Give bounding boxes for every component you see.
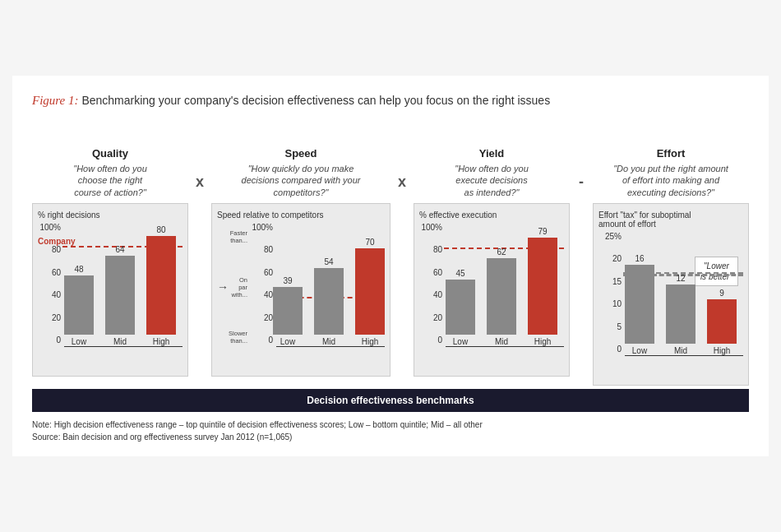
speed-label-slower: Slower than... bbox=[217, 330, 247, 345]
quality-chart-area: % right decisions 100%806040200 Company … bbox=[32, 203, 188, 377]
effort-val-mid: 12 bbox=[676, 274, 685, 283]
quality-bar-container: 100%806040200 Company 48 Low 64 bbox=[38, 223, 183, 371]
speed-val-mid: 54 bbox=[324, 257, 333, 266]
effort-name: Effort bbox=[657, 147, 686, 160]
speed-val-low: 39 bbox=[283, 276, 292, 285]
quality-bar-inner: 100%806040200 Company 48 Low 64 bbox=[38, 223, 183, 346]
figure-title: Figure 1: Benchmarking your company's de… bbox=[32, 92, 749, 109]
operator-x2: x bbox=[390, 124, 414, 191]
page: Figure 1: Benchmarking your company's de… bbox=[12, 76, 769, 456]
quality-rect-low bbox=[64, 275, 94, 335]
speed-chart-area: Speed relative to competitors Faster tha… bbox=[211, 203, 390, 377]
yield-val-low: 45 bbox=[455, 269, 464, 278]
yield-rect-mid bbox=[487, 258, 516, 335]
chart-effort: Effort "Do you put the right amountof ef… bbox=[593, 124, 749, 386]
yield-bar-mid: 62 Mid bbox=[487, 247, 516, 346]
speed-label-faster: Faster than... bbox=[217, 229, 247, 244]
speed-bar-container: 100%806040200 39 Low 54 bbox=[250, 223, 385, 371]
yield-x-axis bbox=[446, 346, 564, 347]
note-2: Source: Bain decision and org effectiven… bbox=[32, 431, 749, 443]
speed-y-axis: 100%806040200 bbox=[250, 223, 273, 346]
quality-company-label: Company bbox=[38, 237, 76, 246]
speed-rect-mid bbox=[314, 268, 344, 335]
yield-y-label: % effective execution bbox=[419, 210, 564, 220]
quality-question: "How often do youchoose the rightcourse … bbox=[73, 163, 147, 198]
speed-label-onpar: On par with... bbox=[230, 276, 247, 298]
effort-bar-mid: 12 Mid bbox=[666, 274, 696, 355]
chart-quality: Quality "How often do youchoose the righ… bbox=[32, 124, 188, 377]
yield-chart-area: % effective execution 100%806040200 45 L… bbox=[414, 203, 570, 377]
operator-x1: x bbox=[188, 124, 211, 191]
yield-name: Yield bbox=[479, 147, 505, 160]
speed-bar-inner: 100%806040200 39 Low 54 bbox=[250, 223, 385, 346]
effort-label-low: Low bbox=[632, 346, 647, 355]
speed-side-labels: Faster than... → On par with... Slower t… bbox=[217, 223, 250, 361]
speed-label-mid: Mid bbox=[322, 337, 335, 346]
quality-label-low: Low bbox=[72, 337, 86, 346]
effort-label-mid: Mid bbox=[674, 346, 687, 355]
effort-bar-inner: 25%20151050 "Loweris better" 16 Low 12 bbox=[598, 232, 743, 355]
effort-bar-low: 16 Low bbox=[625, 254, 654, 355]
speed-label-low: Low bbox=[280, 337, 295, 346]
note-1: Note: High decision effectiveness range … bbox=[32, 419, 749, 431]
effort-val-low: 16 bbox=[635, 254, 644, 263]
yield-bar-inner: 100%806040200 45 Low 62 Mid bbox=[419, 223, 564, 346]
speed-question: "How quickly do you makedecisions compar… bbox=[242, 163, 361, 198]
operator-minus: - bbox=[570, 124, 593, 191]
chart-quality-header: Quality "How often do youchoose the righ… bbox=[73, 124, 147, 198]
fig-label: Figure 1: bbox=[32, 94, 79, 107]
yield-rect-low bbox=[446, 280, 475, 335]
yield-bar-low: 45 Low bbox=[446, 269, 475, 347]
chart-speed: Speed "How quickly do you makedecisions … bbox=[211, 124, 390, 377]
yield-val-high: 79 bbox=[538, 227, 547, 236]
speed-label-high: High bbox=[362, 337, 379, 346]
yield-label-high: High bbox=[534, 337, 552, 346]
chart-effort-header: Effort "Do you put the right amountof ef… bbox=[613, 124, 728, 198]
yield-label-mid: Mid bbox=[495, 337, 508, 346]
effort-val-high: 9 bbox=[719, 289, 724, 298]
speed-bar-high: 70 High bbox=[355, 238, 385, 346]
speed-rect-low bbox=[273, 287, 303, 335]
yield-bar-container: 100%806040200 45 Low 62 Mid bbox=[419, 223, 564, 371]
effort-x-axis bbox=[625, 355, 743, 356]
quality-bar-low: 48 Low bbox=[64, 265, 94, 346]
effort-rect-high bbox=[707, 299, 737, 344]
yield-label-low: Low bbox=[453, 337, 468, 346]
effort-chart-area: Effort "tax" for suboptimalamount of eff… bbox=[593, 203, 749, 386]
effort-y-axis: 25%20151050 bbox=[598, 232, 622, 355]
effort-bar-high: 9 High bbox=[707, 289, 737, 355]
speed-val-high: 70 bbox=[365, 238, 374, 247]
speed-rect-high bbox=[355, 248, 385, 335]
yield-y-axis: 100%806040200 bbox=[419, 223, 442, 346]
speed-name: Speed bbox=[284, 147, 317, 160]
effort-rect-mid bbox=[666, 285, 696, 344]
yield-rect-high bbox=[528, 238, 557, 335]
quality-name: Quality bbox=[92, 147, 128, 160]
yield-val-mid: 62 bbox=[497, 247, 506, 257]
quality-val-mid: 64 bbox=[115, 245, 124, 254]
footer-bar: Decision effectiveness benchmarks bbox=[32, 389, 749, 412]
effort-bar-container: 25%20151050 "Loweris better" 16 Low 12 bbox=[598, 232, 743, 380]
title-text: Benchmarking your company's decision eff… bbox=[79, 94, 551, 107]
quality-x-axis bbox=[64, 346, 183, 347]
quality-rect-high bbox=[146, 236, 176, 335]
yield-bar-high: 79 High bbox=[528, 227, 557, 347]
chart-speed-header: Speed "How quickly do you makedecisions … bbox=[242, 124, 361, 198]
lower-better-box: "Loweris better" bbox=[695, 257, 738, 286]
yield-question: "How often do youexecute decisionsas int… bbox=[455, 163, 529, 198]
effort-y-label: Effort "tax" for suboptimalamount of eff… bbox=[598, 210, 743, 229]
speed-bar-mid: 54 Mid bbox=[314, 257, 344, 346]
footer-label: Decision effectiveness benchmarks bbox=[307, 395, 474, 406]
chart-yield: Yield "How often do youexecute decisions… bbox=[414, 124, 570, 377]
speed-x-axis bbox=[276, 346, 385, 347]
quality-bar-high: 80 High bbox=[146, 225, 176, 346]
quality-y-label: % right decisions bbox=[38, 210, 183, 220]
quality-label-high: High bbox=[153, 337, 170, 346]
speed-bar-low: 39 Low bbox=[273, 276, 303, 347]
quality-val-low: 48 bbox=[74, 265, 83, 274]
quality-bar-mid: 64 Mid bbox=[105, 245, 135, 346]
quality-label-mid: Mid bbox=[113, 337, 127, 346]
quality-val-high: 80 bbox=[156, 225, 165, 234]
quality-rect-mid bbox=[105, 256, 135, 335]
charts-row: Quality "How often do youchoose the righ… bbox=[32, 124, 749, 386]
